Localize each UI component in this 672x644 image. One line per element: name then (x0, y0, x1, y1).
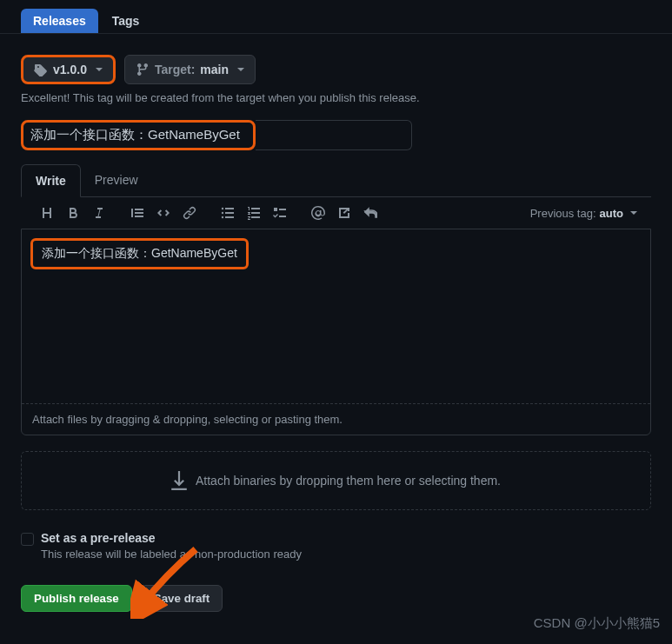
publish-release-button[interactable]: Publish release (21, 585, 132, 612)
release-body-textarea[interactable]: 添加一个接口函数：GetNameByGet (22, 229, 650, 403)
mention-icon[interactable] (311, 206, 325, 220)
tag-selector-button[interactable]: v1.0.0 (21, 55, 116, 84)
download-icon (171, 471, 187, 490)
tab-tags[interactable]: Tags (100, 9, 152, 33)
binaries-dropzone[interactable]: Attach binaries by dropping them here or… (21, 451, 651, 510)
top-tabs: Releases Tags (0, 0, 672, 34)
italic-icon[interactable] (92, 206, 106, 220)
tag-selector-value: v1.0.0 (53, 63, 87, 76)
code-icon[interactable] (156, 206, 170, 220)
ol-icon[interactable] (247, 206, 261, 220)
prerelease-label: Set as a pre-release (41, 531, 156, 545)
ul-icon[interactable] (221, 206, 235, 220)
tab-preview[interactable]: Preview (81, 164, 152, 196)
previous-tag-selector[interactable]: Previous tag: auto (530, 207, 644, 220)
release-title-input[interactable] (25, 124, 251, 146)
heading-icon[interactable] (40, 206, 54, 220)
svg-point-0 (222, 208, 223, 209)
watermark: CSDN @小小小熊猫5 (534, 615, 660, 632)
bold-icon[interactable] (66, 206, 80, 220)
svg-point-2 (222, 216, 223, 218)
cross-reference-icon[interactable] (337, 206, 351, 220)
prerelease-help: This release will be labeled as non-prod… (41, 548, 651, 561)
target-value: main (200, 63, 229, 76)
chevron-down-icon (237, 68, 244, 71)
tag-help-text: Excellent! This tag will be created from… (21, 91, 651, 104)
reply-icon[interactable] (363, 206, 377, 220)
target-label: Target: (155, 63, 195, 76)
tasklist-icon[interactable] (273, 206, 287, 220)
editor-body: 添加一个接口函数：GetNameByGet Attach files by dr… (21, 229, 651, 435)
git-branch-icon (136, 63, 150, 76)
chevron-down-icon (96, 68, 103, 71)
save-draft-button[interactable]: Save draft (141, 585, 223, 612)
attach-files-hint[interactable]: Attach files by dragging & dropping, sel… (22, 403, 650, 435)
editor-toolbar: Previous tag: auto (21, 197, 651, 229)
tab-releases[interactable]: Releases (21, 9, 98, 33)
link-icon[interactable] (183, 206, 196, 220)
quote-icon[interactable] (130, 206, 144, 220)
prerelease-checkbox[interactable] (21, 533, 34, 546)
chevron-down-icon (630, 211, 637, 215)
tag-icon (34, 63, 48, 76)
svg-point-1 (222, 212, 223, 214)
tab-write[interactable]: Write (21, 164, 81, 197)
target-selector-button[interactable]: Target: main (124, 55, 256, 84)
editor-tabs: Write Preview (21, 164, 651, 197)
